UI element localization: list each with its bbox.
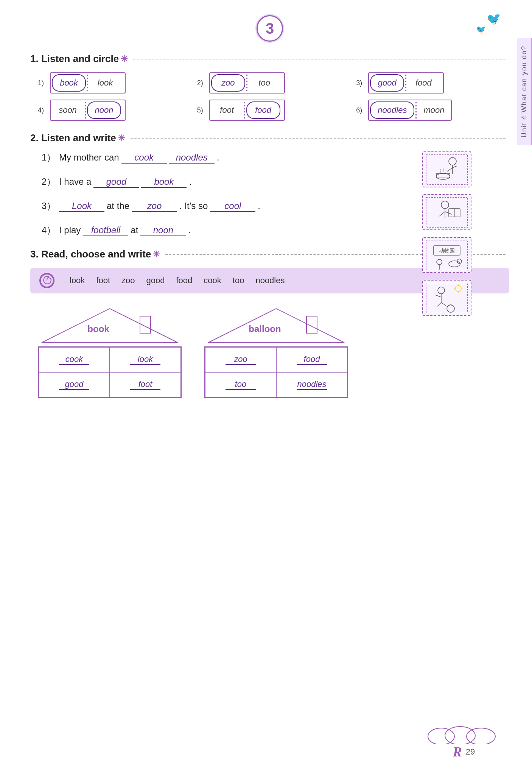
house2-answer-food: food: [297, 354, 327, 365]
house1-answer-good: good: [59, 379, 89, 390]
word-pair-6: noodles moon: [368, 100, 452, 121]
word-food-1: food: [406, 75, 440, 91]
bottom-right: R 29: [426, 721, 502, 760]
svg-text:动物园: 动物园: [439, 248, 455, 254]
page-number-row: R 29: [453, 744, 475, 760]
word-noodles: noodles: [370, 101, 414, 119]
write-answer-good: good: [93, 176, 139, 188]
word-bank-foot: foot: [96, 276, 110, 285]
circle-item-3: 3) good food: [356, 72, 509, 94]
write-text-3a: at the: [107, 201, 129, 211]
illustration-football: [422, 280, 471, 316]
star-decoration-2: ✳: [118, 133, 125, 143]
svg-point-39: [428, 728, 454, 744]
house1-answer-foot: foot: [130, 379, 160, 390]
spiral-icon: [39, 273, 54, 288]
write-answer-cook: cook: [121, 152, 167, 164]
word-moon: moon: [417, 102, 451, 118]
houses-container: book cook look good foot: [30, 305, 509, 398]
write-num-3: 3）: [42, 200, 57, 212]
svg-point-41: [467, 728, 495, 744]
item-num-1: 1): [38, 79, 47, 87]
zoo-svg: 动物园: [426, 240, 468, 270]
write-answer-football: football: [83, 225, 128, 236]
word-bank-cook: cook: [204, 276, 221, 285]
circle-item-4: 4) soon noon: [38, 100, 191, 121]
write-answer-look: Look: [59, 201, 104, 212]
svg-rect-0: [426, 154, 468, 185]
house1-cell-look: look: [110, 347, 181, 372]
item-num-6: 6): [356, 106, 365, 114]
write-num-4: 4）: [42, 224, 57, 236]
write-period-4: .: [188, 225, 191, 235]
section2-header: 2. Listen and write ✳: [30, 132, 509, 144]
word-bank-too: too: [233, 276, 244, 285]
write-period-2: .: [189, 176, 191, 187]
write-num-2: 2）: [42, 176, 57, 188]
house2-grid: zoo food too noodles: [204, 346, 348, 398]
house2-roof-svg: balloon: [204, 305, 348, 346]
house-1: book cook look good foot: [38, 305, 182, 398]
illustration-book: [422, 194, 471, 230]
page: 🐦 🐦 Unit 4 What can you do? 3 1. Listen …: [0, 0, 532, 775]
write-text-3b: . It's so: [179, 201, 208, 211]
house1-cell-foot: foot: [110, 372, 181, 397]
word-pair-3: good food: [368, 72, 444, 94]
word-pair-1: book look: [50, 72, 126, 94]
word-book: book: [52, 74, 86, 92]
write-answer-cool: cool: [210, 201, 255, 212]
write-num-1: 1）: [42, 151, 57, 164]
unit-label: Unit 4 What can you do?: [517, 38, 532, 145]
svg-point-40: [445, 727, 475, 744]
svg-text:book: book: [87, 324, 109, 334]
section2-wrapper: 动物园: [30, 151, 509, 236]
house2-answer-too: too: [226, 379, 256, 390]
house2-answer-noodles: noodles: [297, 379, 327, 390]
house1-cell-cook: cook: [39, 347, 110, 372]
word-bank-good: good: [146, 276, 165, 285]
write-answer-book: book: [141, 176, 187, 188]
item-num-5: 5): [197, 106, 206, 114]
item-num-3: 3): [356, 79, 365, 87]
word-too: too: [247, 75, 282, 91]
clouds-svg: [426, 721, 502, 744]
house2-cell-too: too: [205, 372, 276, 397]
house1-answer-look: look: [130, 354, 160, 365]
circle-item-6: 6) noodles moon: [356, 100, 509, 121]
word-bank-look: look: [70, 276, 85, 285]
images-column: 动物园: [422, 151, 471, 316]
item-num-4: 4): [38, 106, 47, 114]
book-svg: [426, 197, 468, 228]
house2-cell-noodles: noodles: [276, 372, 347, 397]
word-bank-noodles: noodles: [255, 276, 285, 285]
circle-item-5: 5) foot food: [197, 100, 350, 121]
house2-cell-zoo: zoo: [205, 347, 276, 372]
word-pair-4: soon noon: [50, 100, 126, 121]
house1-grid: cook look good foot: [38, 346, 182, 398]
write-text-4a: I play: [59, 225, 81, 235]
spiral-svg: [41, 275, 53, 286]
word-zoo: zoo: [211, 74, 245, 92]
section1-header: 1. Listen and circle ✳: [30, 53, 509, 65]
section3-title: 3. Read, choose and write: [30, 248, 151, 260]
word-pair-2: zoo too: [209, 72, 285, 94]
word-foot-1: foot: [210, 102, 244, 118]
write-answer-zoo: zoo: [132, 201, 177, 212]
write-answer-noon: noon: [140, 225, 186, 236]
section1-title: 1. Listen and circle: [30, 53, 119, 65]
cook-svg: [426, 154, 468, 185]
write-period-3: .: [258, 201, 260, 211]
house-2: balloon zoo food too noodles: [204, 305, 348, 398]
word-bank-food: food: [176, 276, 193, 285]
word-pair-5: foot food: [209, 100, 285, 121]
word-food-2: food: [246, 101, 280, 119]
house1-roof-svg: book: [38, 305, 182, 346]
illustration-cook: [422, 151, 471, 187]
page-number: 29: [466, 747, 475, 757]
house1-answer-cook: cook: [59, 354, 89, 365]
svg-text:balloon: balloon: [249, 324, 281, 334]
illustration-zoo: 动物园: [422, 237, 471, 273]
football-svg: [426, 283, 468, 313]
word-good: good: [370, 74, 404, 92]
word-bank-zoo: zoo: [121, 276, 135, 285]
